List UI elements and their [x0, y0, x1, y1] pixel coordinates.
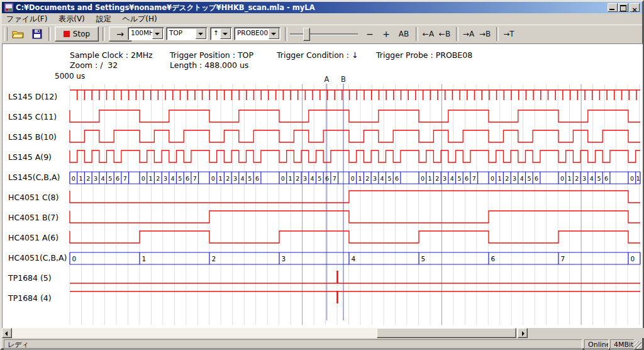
- menu-item-settings[interactable]: 設定: [92, 13, 116, 25]
- signal-label: TP1684 (5): [8, 273, 52, 283]
- toolbar-separator: [456, 27, 458, 41]
- app-icon: [4, 3, 14, 13]
- signal-label: LS145 D(12): [8, 92, 57, 101]
- dropdown-arrow-icon[interactable]: [152, 28, 163, 39]
- zoom-ab-button[interactable]: AB: [396, 27, 412, 41]
- toolbar-separator: [48, 27, 51, 41]
- maximize-button[interactable]: [618, 3, 628, 12]
- signal-label: HC4051 A(6): [8, 233, 58, 242]
- status-bar: レディ Online 4MBit: [2, 339, 642, 350]
- menu-item-view[interactable]: 表示(V): [54, 13, 89, 25]
- zoom-out-button[interactable]: −: [363, 27, 377, 41]
- signal-label: HC4051 C(8): [8, 193, 58, 202]
- goto-b-right-button[interactable]: →B: [477, 27, 492, 41]
- waveform-client-area: [2, 43, 643, 329]
- scroll-left-arrow-icon[interactable]: [2, 328, 12, 338]
- status-ready: レディ: [4, 339, 582, 349]
- goto-trigger-button[interactable]: →T: [501, 27, 516, 41]
- stop-square-icon: [64, 31, 70, 37]
- trigger-edge-select[interactable]: ↑: [210, 27, 232, 40]
- dropdown-arrow-icon[interactable]: [269, 28, 279, 39]
- scroll-right-arrow-icon[interactable]: [518, 328, 528, 338]
- toolbar-separator: [103, 27, 105, 41]
- toolbar-grip[interactable]: [4, 27, 8, 41]
- resize-grip[interactable]: [634, 341, 641, 349]
- signal-label: TP1684 (4): [8, 293, 52, 303]
- status-online: Online: [584, 339, 609, 349]
- probe-select[interactable]: PROBE00: [234, 27, 280, 40]
- goto-b-left-button[interactable]: ←B: [437, 27, 452, 41]
- trigger-probe-text: Trigger Probe : PROBE08: [376, 50, 472, 60]
- zoom-in-button[interactable]: +: [379, 27, 393, 41]
- dropdown-arrow-icon[interactable]: [220, 28, 231, 39]
- scrollbar-thumb[interactable]: [377, 328, 516, 338]
- signal-label: HC4051(C,B,A): [8, 253, 67, 262]
- status-memory: 4MBit: [610, 339, 635, 349]
- signal-label: LS145(C,B,A): [8, 172, 60, 182]
- length-text: Length : 488.000 us: [170, 60, 248, 70]
- application-window: C:¥Documents and Settings¥noname¥デスクトップ¥…: [0, 0, 644, 350]
- toolbar-separator: [416, 27, 418, 41]
- sample-rate-select[interactable]: 100MHz: [128, 27, 164, 40]
- dropdown-arrow-icon[interactable]: [196, 28, 206, 39]
- signal-label: LS145 A(9): [8, 152, 52, 162]
- time-start-label: 5000 us: [55, 72, 85, 81]
- title-bar[interactable]: C:¥Documents and Settings¥noname¥デスクトップ¥…: [2, 2, 642, 13]
- trigger-position-text: Trigger Position : TOP: [170, 50, 253, 60]
- menu-item-file[interactable]: ファイル(F): [2, 13, 52, 25]
- menu-bar: ファイル(F) 表示(V) 設定 ヘルプ(H): [2, 13, 642, 25]
- slider-track[interactable]: [290, 33, 358, 35]
- stop-button[interactable]: Stop: [55, 26, 99, 42]
- toolbar-separator: [285, 27, 287, 41]
- save-floppy-icon: [32, 29, 42, 39]
- open-folder-icon: [12, 29, 25, 39]
- signal-label: LS145 B(10): [8, 132, 57, 142]
- scrollbar-filler: [528, 328, 644, 338]
- slider-handle[interactable]: [303, 28, 310, 41]
- zoom-slider[interactable]: [290, 27, 358, 41]
- window-title: C:¥Documents and Settings¥noname¥デスクトップ¥…: [16, 2, 315, 13]
- menu-item-help[interactable]: ヘルプ(H): [118, 13, 161, 25]
- horizontal-scrollbar[interactable]: [2, 328, 528, 338]
- close-button[interactable]: ×: [630, 3, 640, 12]
- goto-a-left-button[interactable]: ←A: [421, 27, 436, 41]
- goto-a-right-button[interactable]: →A: [461, 27, 476, 41]
- open-button[interactable]: [9, 27, 27, 41]
- sample-clock-text: Sample Clock : 2MHz: [70, 50, 153, 60]
- save-button[interactable]: [28, 27, 46, 41]
- signal-label: LS145 C(11): [8, 112, 57, 121]
- signal-label: HC4051 B(7): [8, 213, 58, 222]
- toolbar: Stop → 100MHz TOP ↑ PROBE00 − + AB ←A ←B: [2, 25, 642, 44]
- trigger-condition-text: Trigger Condition : ↓: [277, 50, 358, 60]
- trigger-position-select[interactable]: TOP: [166, 27, 208, 40]
- minimize-button[interactable]: [608, 3, 618, 12]
- zoom-text: Zoom : / 32: [70, 60, 118, 70]
- toolbar-separator: [496, 27, 499, 41]
